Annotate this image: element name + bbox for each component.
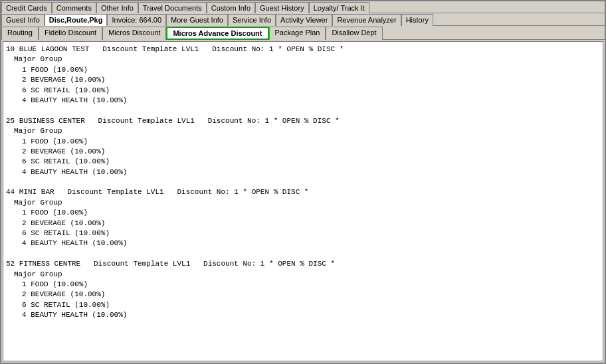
content-text: 10 BLUE LAGOON TEST Discount Template LV… bbox=[6, 45, 600, 331]
tab-fidelio-discount[interactable]: Fidelio Discount bbox=[39, 27, 102, 40]
tab-micros-advance-discount[interactable]: Micros Advance Discount bbox=[166, 27, 268, 40]
tab-travel-documents[interactable]: Travel Documents bbox=[138, 2, 207, 13]
tab-loyalty-track-it[interactable]: Loyalty/ Track It bbox=[309, 2, 369, 13]
tab-row-2: Guest Info Disc,Route,Pkg Invoice: 664.0… bbox=[1, 13, 605, 26]
tab-history[interactable]: History bbox=[401, 14, 433, 26]
tab-other-info[interactable]: Other Info bbox=[96, 2, 138, 13]
main-container: Credit Cards Comments Other Info Travel … bbox=[0, 0, 606, 364]
tab-revenue-analyzer[interactable]: Revenue Analyzer bbox=[332, 14, 401, 26]
tab-guest-info[interactable]: Guest Info bbox=[1, 14, 45, 26]
tab-package-plan[interactable]: Package Plan bbox=[269, 27, 326, 40]
tab-micros-discount[interactable]: Micros Discount bbox=[102, 27, 166, 40]
tab-service-info[interactable]: Service Info bbox=[228, 14, 276, 26]
tab-disallow-dept[interactable]: Disallow Dept bbox=[326, 27, 382, 40]
tab-routing[interactable]: Routing bbox=[1, 27, 39, 40]
tab-comments[interactable]: Comments bbox=[52, 2, 96, 13]
tab-disc-route-pkg[interactable]: Disc,Route,Pkg bbox=[45, 14, 108, 26]
tab-more-guest-info[interactable]: More Guest Info bbox=[166, 14, 228, 26]
tab-row-1: Credit Cards Comments Other Info Travel … bbox=[1, 1, 605, 13]
content-area: 10 BLUE LAGOON TEST Discount Template LV… bbox=[3, 41, 603, 361]
tab-row-3: Routing Fidelio Discount Micros Discount… bbox=[1, 26, 605, 40]
tab-credit-cards[interactable]: Credit Cards bbox=[1, 2, 52, 13]
tab-activity-viewer[interactable]: Activity Viewer bbox=[276, 14, 332, 26]
tab-invoice[interactable]: Invoice: 664.00 bbox=[107, 14, 166, 26]
tab-custom-info[interactable]: Custom Info bbox=[207, 2, 255, 13]
tab-guest-history[interactable]: Guest History bbox=[255, 2, 309, 13]
